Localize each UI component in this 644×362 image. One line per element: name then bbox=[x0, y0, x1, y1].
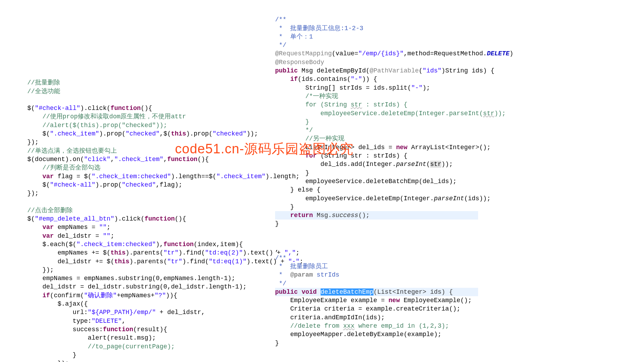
code-line: } bbox=[275, 340, 279, 347]
highlighted-line: return Msg.success(); bbox=[275, 211, 478, 220]
code-line: EmployeeExample example = new EmployeeEx… bbox=[275, 297, 472, 304]
comment-line: /*一种实现 bbox=[275, 93, 338, 100]
javadoc-line: * 批量删除员工信息:1-2-3 bbox=[275, 25, 363, 32]
javadoc-line: */ bbox=[275, 42, 286, 49]
code-document: //批量删除 //全选功能 $("#check-all").click(func… bbox=[0, 0, 644, 362]
code-line: } bbox=[275, 169, 309, 176]
code-line: if(confirm("确认删除"+empNames+"?")){ bbox=[27, 292, 177, 299]
code-line: del_idstr = del_idstr.substring(0,del_id… bbox=[27, 283, 247, 290]
left-code-panel: //批量删除 //全选功能 $("#check-all").click(func… bbox=[0, 0, 231, 362]
code-line: Criteria criteria = example.createCriter… bbox=[275, 305, 460, 312]
right-code-panel: /** * 批量删除员工信息:1-2-3 * 单个：1 */ @RequestM… bbox=[275, 7, 513, 347]
code-line: $.ajax({ bbox=[27, 300, 88, 307]
comment-line: } bbox=[275, 118, 309, 125]
comment-line: for (String str : strIds) { bbox=[275, 101, 407, 108]
code-line: del_idstr += $(this).parents("tr").find(… bbox=[27, 258, 303, 265]
highlighted-line: public void deleteBatchEmp(List<Integer>… bbox=[275, 288, 478, 296]
comment-line: //alert($(this).prop("checked")); bbox=[27, 122, 167, 129]
code-line: employeeService.deleteBatchEmp(del_ids); bbox=[275, 178, 456, 185]
comment-line: //批量删除 bbox=[27, 79, 60, 86]
comment-line: employeeService.deleteEmp(Integer.parseI… bbox=[275, 110, 506, 117]
code-line: $("#check-all").prop("checked",flag); bbox=[27, 181, 182, 188]
javadoc-line: /** bbox=[275, 16, 286, 23]
code-line: } bbox=[275, 220, 279, 227]
comment-line: */ bbox=[275, 127, 313, 134]
code-line: var del_idstr = ""; bbox=[27, 232, 114, 239]
code-line: $(".check_item").prop("checked",$(this).… bbox=[27, 130, 258, 137]
annotation: @ResponseBody bbox=[275, 59, 324, 66]
code-line: url:"${APP_PATH}/emp/" + del_idstr, bbox=[27, 309, 205, 316]
code-line: }); bbox=[27, 360, 69, 362]
code-line: }); bbox=[27, 190, 38, 197]
comment-line: //另一种实现 bbox=[275, 135, 344, 142]
code-line: $(document).on("click",".check_item",fun… bbox=[27, 156, 209, 163]
comment-line: //全选功能 bbox=[27, 88, 60, 95]
code-line: List<Integer> del_ids = new ArrayList<In… bbox=[275, 144, 491, 151]
code-line: $("#emp_delete_all_btn").click(function(… bbox=[27, 215, 186, 222]
comment-line: //单选点满，全选按钮也要勾上 bbox=[27, 147, 117, 154]
code-line: @RequestMapping(value="/emp/{ids}",metho… bbox=[275, 50, 513, 57]
code-line: }); bbox=[27, 139, 38, 146]
comment-line: //判断是否全部勾选 bbox=[27, 164, 100, 171]
comment-line: //to_page(currentPage); bbox=[27, 343, 175, 350]
code-line: if(ids.contains("-")) { bbox=[275, 76, 377, 83]
comment-line: //点击全部删除 bbox=[27, 207, 73, 214]
code-line: } bbox=[27, 351, 76, 358]
code-line: alert(result.msg); bbox=[27, 334, 156, 341]
javadoc-line: * 批量删除员工 bbox=[275, 263, 328, 270]
javadoc-line: * 单个：1 bbox=[275, 33, 313, 40]
code-line: } bbox=[275, 203, 294, 210]
code-line: criteria.andEmpIdIn(ids); bbox=[275, 314, 385, 321]
comment-line: //使用prop修改和读取dom原生属性，不使用attr bbox=[27, 113, 186, 120]
code-line: public Msg deleteEmpById(@PathVariable("… bbox=[275, 67, 495, 74]
code-line: empNames += $(this).parents("tr").find("… bbox=[27, 249, 300, 256]
code-line: var empNames = ""; bbox=[27, 224, 111, 231]
code-line: var flag = $(".check_item:checked").leng… bbox=[27, 173, 300, 180]
javadoc-line: * @param strIds bbox=[275, 271, 340, 278]
comment-line: //delete from xxx where emp_id in (1,2,3… bbox=[275, 322, 449, 329]
code-line: empNames = empNames.substring(0,empNames… bbox=[27, 275, 235, 282]
code-line: for (String str : strIds) { bbox=[275, 152, 407, 159]
javadoc-line: */ bbox=[275, 280, 286, 287]
javadoc-line: /** bbox=[275, 255, 286, 262]
code-line: , bbox=[275, 246, 279, 253]
code-line: type:"DELETE", bbox=[27, 318, 126, 325]
code-line: String[] strIds = ids.split("-"); bbox=[275, 84, 430, 91]
code-line: }); bbox=[27, 266, 54, 273]
code-line: employeeMapper.deleteByExample(example); bbox=[275, 331, 441, 338]
code-line: del_ids.add(Integer.parseInt(str)); bbox=[275, 161, 453, 168]
code-line: employeeService.deleteEmp(Integer.parseI… bbox=[275, 195, 491, 202]
code-line: success:function(result){ bbox=[27, 326, 167, 333]
code-line: } else { bbox=[275, 186, 321, 193]
code-line: $.each($(".check_item:checked"),function… bbox=[27, 241, 243, 248]
code-line: $("#check-all").click(function(){ bbox=[27, 105, 152, 112]
